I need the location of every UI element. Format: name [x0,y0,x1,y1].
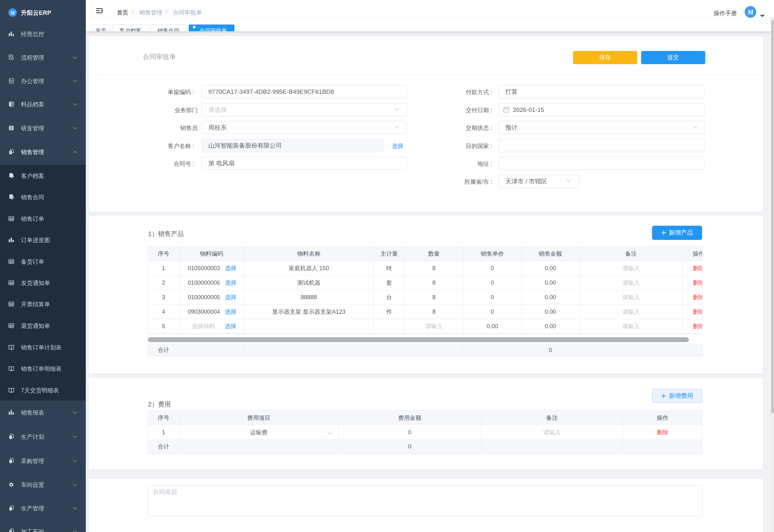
svg-text:M: M [747,8,754,16]
svg-text:M: M [10,10,15,15]
